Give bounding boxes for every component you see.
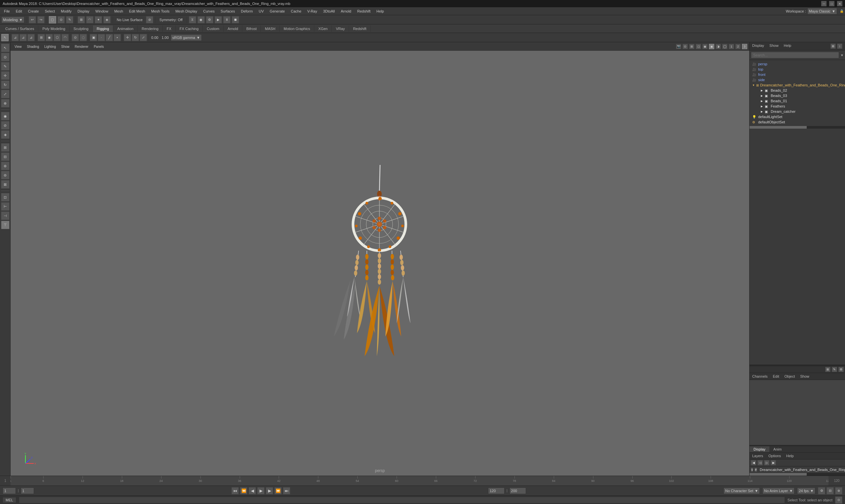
no-anim-layer-dropdown[interactable]: No Anim Layer ▼ bbox=[762, 487, 794, 494]
tree-item-dreamcatcher-group[interactable]: ▼ ⊞ Dreamcatcher_with_Feathers_and_Beads… bbox=[751, 83, 844, 88]
menu-surfaces[interactable]: Surfaces bbox=[218, 8, 237, 14]
sidebar-sculpt-btn[interactable]: ⊘ bbox=[1, 121, 10, 130]
next-key-btn[interactable]: ⏩ bbox=[274, 487, 282, 494]
move-btn[interactable]: ✛ bbox=[124, 34, 131, 41]
menu-3dtall[interactable]: 3DtoAll bbox=[320, 8, 337, 14]
layer-v-checkbox[interactable]: V bbox=[751, 468, 753, 472]
menu-display[interactable]: Display bbox=[75, 8, 92, 14]
menu-edit[interactable]: Edit bbox=[13, 8, 25, 14]
sidebar-layout-btn4[interactable]: ⊤ bbox=[1, 221, 10, 229]
tree-item-top[interactable]: 🎥 top bbox=[751, 67, 844, 72]
outliner-icon1[interactable]: ⊞ bbox=[830, 43, 836, 49]
status-icon[interactable]: ⊙ bbox=[835, 497, 842, 504]
ik-handle-btn[interactable]: ⊿ bbox=[12, 34, 19, 41]
sidebar-node-btn3[interactable]: ⊛ bbox=[1, 162, 10, 170]
res-high-btn[interactable]: 3 bbox=[742, 44, 747, 49]
paint-sel-btn[interactable]: ✎ bbox=[66, 16, 73, 23]
layer-nav-left[interactable]: ◀ bbox=[751, 460, 756, 465]
sidebar-layout-btn1[interactable]: ⊡ bbox=[1, 193, 10, 201]
sidebar-rotate-btn[interactable]: ↻ bbox=[1, 80, 10, 89]
sidebar-paint-btn[interactable]: ✎ bbox=[1, 62, 10, 71]
xray-btn[interactable]: ◯ bbox=[722, 44, 727, 49]
sidebar-show-hide-btn[interactable]: ◈ bbox=[1, 130, 10, 139]
go-end-btn[interactable]: ⏭ bbox=[283, 487, 290, 494]
vp-menu-lighting[interactable]: Lighting bbox=[42, 44, 58, 49]
sidebar-scale-btn[interactable]: ⤢ bbox=[1, 90, 10, 98]
textured-btn[interactable]: ▣ bbox=[709, 44, 714, 49]
workspace-dropdown[interactable]: Maya Classic ▼ bbox=[807, 8, 837, 15]
vp-menu-renderer[interactable]: Renderer bbox=[73, 44, 90, 49]
cb-menu-channels[interactable]: Channels bbox=[751, 374, 769, 379]
tab-rendering[interactable]: Rendering bbox=[138, 25, 163, 32]
show-all-btn[interactable]: ⊙ bbox=[72, 34, 79, 41]
tab-mash[interactable]: MASH bbox=[261, 25, 280, 32]
prev-key-btn[interactable]: ⏪ bbox=[240, 487, 247, 494]
expand-icon-dream[interactable]: ▶ bbox=[760, 110, 763, 113]
mel-indicator[interactable]: MEL bbox=[3, 497, 16, 503]
tab-redshift[interactable]: Redshift bbox=[349, 25, 370, 32]
timeline-ruler[interactable]: 1612182430364248546066727884909610210811… bbox=[11, 476, 828, 486]
menu-mesh-display[interactable]: Mesh Display bbox=[173, 8, 200, 14]
prev-frame-btn[interactable]: ◀ bbox=[249, 487, 256, 494]
tab-fx-caching[interactable]: FX Caching bbox=[176, 25, 203, 32]
hide-sel-btn[interactable]: ◌ bbox=[80, 34, 87, 41]
tab-rigging[interactable]: Rigging bbox=[93, 25, 113, 32]
key-settings-btn[interactable]: ⚙ bbox=[818, 487, 825, 494]
isolate-btn[interactable]: ⊙ bbox=[683, 44, 688, 49]
menu-edit-mesh[interactable]: Edit Mesh bbox=[126, 8, 148, 14]
sidebar-select-btn[interactable]: ↖ bbox=[1, 43, 10, 52]
layers-scrollbar[interactable] bbox=[749, 473, 845, 475]
vertex-mode-btn[interactable]: · bbox=[98, 34, 105, 41]
render-settings-btn[interactable]: ⚙ bbox=[206, 16, 213, 23]
tab-animation[interactable]: Animation bbox=[113, 25, 138, 32]
sidebar-layout-btn3[interactable]: ⊣ bbox=[1, 212, 10, 220]
menu-modify[interactable]: Modify bbox=[58, 8, 74, 14]
scale-btn[interactable]: ⤢ bbox=[140, 34, 147, 41]
tab-bifrost[interactable]: Bifrost bbox=[242, 25, 261, 32]
tree-item-feathers[interactable]: ▶ ▣ Feathers bbox=[751, 104, 844, 109]
playback-start-input[interactable] bbox=[21, 487, 34, 494]
tree-item-beads03[interactable]: ▶ ▣ Beads_03 bbox=[751, 93, 844, 98]
menu-cache[interactable]: Cache bbox=[288, 8, 304, 14]
sidebar-lasso-btn[interactable]: ⊙ bbox=[1, 53, 10, 61]
layers-menu-help[interactable]: Help bbox=[785, 453, 795, 458]
face-mode-btn[interactable]: ▪ bbox=[114, 34, 121, 41]
layer-nav-right[interactable]: ▶ bbox=[771, 460, 776, 465]
history-btn[interactable]: ⧖ bbox=[189, 16, 196, 23]
tree-item-beads01[interactable]: ▶ ▣ Beads_01 bbox=[751, 98, 844, 104]
tree-item-default-object-set[interactable]: ⚙ defaultObjectSet bbox=[751, 120, 844, 125]
expand-icon-feathers[interactable]: ▶ bbox=[760, 105, 763, 108]
title-bar-controls[interactable]: ─ □ ✕ bbox=[821, 1, 842, 6]
undo-btn[interactable]: ↩ bbox=[29, 16, 36, 23]
da-tab-anim[interactable]: Anim bbox=[770, 446, 786, 452]
grid-btn[interactable]: ⊞ bbox=[689, 44, 694, 49]
go-start-btn[interactable]: ⏮ bbox=[231, 487, 239, 494]
tree-item-persp[interactable]: 🎥 persp bbox=[751, 61, 844, 67]
layer-p-checkbox[interactable]: P bbox=[755, 468, 757, 472]
tab-poly-modeling[interactable]: Poly Modeling bbox=[38, 25, 69, 32]
sidebar-move-btn[interactable]: ✛ bbox=[1, 71, 10, 80]
menu-file[interactable]: File bbox=[1, 8, 13, 14]
select-tool-btn[interactable]: ↖ bbox=[1, 34, 8, 41]
close-button[interactable]: ✕ bbox=[837, 1, 842, 6]
wireframe-btn[interactable]: ◻ bbox=[696, 44, 701, 49]
tab-vray[interactable]: VRay bbox=[332, 25, 349, 32]
menu-create[interactable]: Create bbox=[25, 8, 41, 14]
rotate-btn[interactable]: ↻ bbox=[132, 34, 139, 41]
tab-xgen[interactable]: XGen bbox=[314, 25, 332, 32]
ipr-btn[interactable]: ▶ bbox=[214, 16, 222, 23]
sidebar-soft-sel-btn[interactable]: ◉ bbox=[1, 112, 10, 120]
cb-icon1[interactable]: ⊞ bbox=[825, 367, 830, 372]
tree-item-front[interactable]: 🎥 front bbox=[751, 72, 844, 77]
layers-menu-layers[interactable]: Layers bbox=[751, 453, 764, 458]
sidebar-layout-btn2[interactable]: ⊢ bbox=[1, 202, 10, 211]
tree-item-beads02[interactable]: ▶ ▣ Beads_02 bbox=[751, 88, 844, 93]
sculpt-deform-btn[interactable]: ◉ bbox=[46, 34, 53, 41]
outliner-icon2[interactable]: ↕ bbox=[837, 43, 842, 49]
tree-item-side[interactable]: 🎥 side bbox=[751, 77, 844, 83]
layer-nav-prev[interactable]: ◁ bbox=[758, 460, 763, 465]
menu-vray[interactable]: V-Ray bbox=[305, 8, 320, 14]
menu-deform[interactable]: Deform bbox=[238, 8, 255, 14]
menu-mesh[interactable]: Mesh bbox=[111, 8, 126, 14]
tab-custom[interactable]: Custom bbox=[203, 25, 224, 32]
